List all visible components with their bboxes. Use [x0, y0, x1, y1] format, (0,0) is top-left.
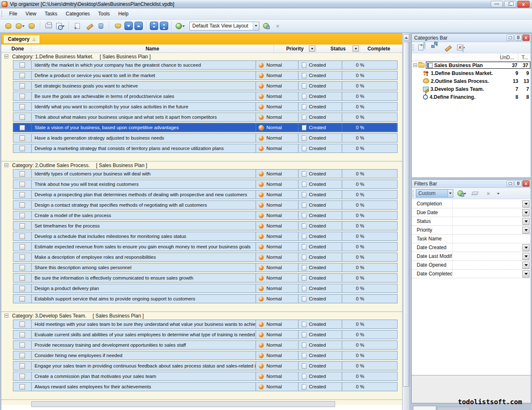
done-checkbox[interactable]: [20, 342, 25, 348]
filter-row-date-completed[interactable]: Date Completed: [412, 270, 531, 278]
task-row[interactable]: Define a product or service you want to …: [13, 71, 398, 80]
filter-preset-combobox[interactable]: Custom: [416, 189, 453, 198]
filter-row-task-name[interactable]: Task Name: [412, 235, 531, 243]
edit-category-button[interactable]: [443, 42, 452, 52]
filter-value-area[interactable]: [452, 252, 531, 260]
task-row[interactable]: State a vision of your business, based u…: [13, 123, 398, 132]
panel-close-button[interactable]: x: [522, 180, 530, 187]
done-checkbox[interactable]: [20, 104, 25, 110]
new-subcategory-button[interactable]: [429, 42, 439, 52]
panel-pin-button[interactable]: [515, 35, 522, 41]
save-database-button[interactable]: [27, 21, 37, 31]
filter-dropdown-button[interactable]: [522, 200, 530, 208]
task-row[interactable]: Provide necessary training and developme…: [13, 340, 398, 350]
done-checkbox[interactable]: [20, 286, 25, 291]
tree-item-2-outline-sales-process[interactable]: 2.Outline Sales Process. 13 13: [412, 77, 531, 85]
menu-item-categories[interactable]: Categories: [62, 9, 94, 18]
tree-item-4-define-financing[interactable]: 4.Define Financing. 8 8: [412, 93, 531, 101]
priority-filter-button[interactable]: [309, 45, 315, 52]
clear-filter-button[interactable]: [470, 188, 480, 198]
filter-value-area[interactable]: [452, 226, 531, 234]
toolbar-grip[interactable]: [413, 190, 415, 197]
done-checkbox[interactable]: [20, 202, 25, 208]
delete-layout-button[interactable]: ×: [273, 21, 283, 31]
done-checkbox[interactable]: [20, 322, 25, 327]
column-header-name[interactable]: Name: [31, 45, 274, 52]
done-checkbox[interactable]: [20, 275, 25, 281]
collapse-icon[interactable]: [413, 63, 417, 67]
done-checkbox[interactable]: [20, 363, 25, 369]
task-row[interactable]: Set strategic business goals you want to…: [13, 81, 398, 90]
filter-dropdown-button[interactable]: [522, 227, 530, 234]
menu-item-help[interactable]: Help: [114, 9, 133, 18]
task-list-scrollbar[interactable]: [402, 33, 409, 410]
filter-value-area[interactable]: [452, 235, 531, 243]
combobox-dropdown-button[interactable]: [447, 190, 453, 197]
group-by-category-button[interactable]: Category △: [4, 35, 40, 43]
done-checkbox[interactable]: [20, 213, 25, 218]
dock-tab[interactable]: [413, 406, 436, 410]
task-row[interactable]: Evaluate current skills and abilities of…: [13, 330, 398, 339]
column-header-done[interactable]: Done: [5, 45, 31, 52]
minimize-button[interactable]: [491, 1, 503, 8]
combobox-dropdown-button[interactable]: [253, 22, 259, 30]
apply-filter-button[interactable]: [457, 188, 467, 198]
filter-dropdown-button[interactable]: [522, 244, 530, 251]
filter-dropdown-button[interactable]: [522, 270, 530, 278]
new-category-button[interactable]: [416, 42, 426, 52]
delete-category-button[interactable]: [456, 42, 466, 52]
done-checkbox[interactable]: [20, 244, 25, 250]
done-checkbox[interactable]: [20, 255, 25, 260]
apply-layout-button[interactable]: [261, 21, 271, 31]
filter-row-status[interactable]: Status: [412, 217, 531, 226]
task-row[interactable]: Develop a marketing strategy that consis…: [13, 144, 398, 153]
print-preview-button[interactable]: [55, 21, 65, 31]
task-row[interactable]: Always reward sales employees for their …: [13, 382, 398, 391]
tree-item-1-define-business-market[interactable]: 1.Define Business Market. 9 9: [412, 69, 531, 77]
task-row[interactable]: Consider hiring new employees if needed …: [13, 351, 398, 360]
done-checkbox[interactable]: [20, 115, 25, 120]
done-checkbox[interactable]: [20, 265, 25, 270]
delete-task-button[interactable]: [96, 21, 106, 31]
done-checkbox[interactable]: [20, 62, 25, 68]
move-down-button[interactable]: [124, 22, 133, 30]
edit-task-button[interactable]: [84, 21, 94, 31]
filter-row-completion[interactable]: Completion: [412, 200, 531, 208]
close-button[interactable]: x: [517, 1, 530, 8]
done-checkbox[interactable]: [20, 171, 25, 177]
task-row[interactable]: Create a model of the sales process Norm…: [13, 211, 398, 220]
column-header-priority[interactable]: Priority: [274, 45, 316, 52]
scroll-up-button[interactable]: [403, 34, 409, 41]
task-row[interactable]: Create a commission plan that motivates …: [13, 372, 398, 381]
menu-item-file[interactable]: File: [5, 9, 21, 18]
group-header[interactable]: Category: 3.Develop Sales Team. [ Sales …: [1, 312, 402, 319]
new-database-button[interactable]: [3, 21, 13, 31]
tree-item-3-develop-sales-team[interactable]: 3.Develop Sales Team. 7 7: [412, 85, 531, 93]
menu-item-view[interactable]: View: [21, 9, 40, 18]
done-checkbox[interactable]: [20, 234, 25, 239]
task-row[interactable]: Be sure the goals are achievable in term…: [13, 92, 398, 101]
panel-restore-button[interactable]: [507, 180, 514, 187]
done-checkbox[interactable]: [20, 94, 25, 99]
done-checkbox[interactable]: [20, 374, 25, 379]
task-row[interactable]: Hold meetings with your sales team to be…: [13, 320, 398, 329]
done-checkbox[interactable]: [20, 83, 25, 89]
filter-dropdown-button[interactable]: [522, 218, 530, 225]
menu-item-tools[interactable]: Tools: [94, 9, 114, 18]
task-row[interactable]: Identify the market in which your compan…: [13, 60, 398, 70]
done-checkbox[interactable]: [20, 353, 25, 358]
toolbar-grip[interactable]: [1, 10, 3, 17]
new-task-button[interactable]: [72, 21, 82, 31]
task-row[interactable]: Make a description of employee roles and…: [13, 252, 398, 262]
view-options-button[interactable]: [175, 21, 185, 31]
done-checkbox[interactable]: [20, 146, 25, 151]
filter-row-date-opened[interactable]: Date Opened: [412, 261, 531, 270]
done-checkbox[interactable]: [20, 125, 25, 130]
task-row[interactable]: Be sure the information is effectively c…: [13, 273, 398, 282]
task-row[interactable]: Establish support service that aims to p…: [13, 294, 398, 303]
task-row[interactable]: Design a product delivery plan Normal Cr…: [13, 284, 398, 293]
task-row[interactable]: Think about what makes your business uni…: [13, 112, 398, 122]
filter-row-due-date[interactable]: Due Date: [412, 208, 531, 217]
filter-value-area[interactable]: [452, 217, 531, 225]
done-checkbox[interactable]: [20, 135, 25, 141]
